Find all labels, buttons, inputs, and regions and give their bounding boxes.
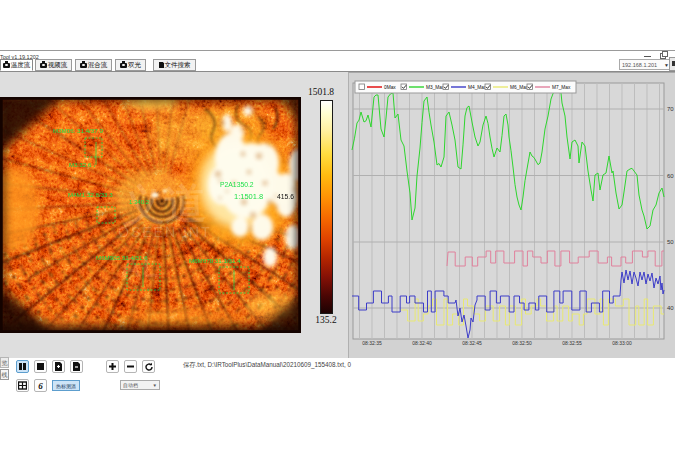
svg-text:M6M670 31.1/31.4: M6M670 31.1/31.4 — [189, 257, 241, 264]
svg-text:08:32:50: 08:32:50 — [512, 340, 532, 346]
svg-text:08:32:55: 08:32:55 — [562, 340, 582, 346]
svg-text:1:340.2: 1:340.2 — [129, 199, 150, 205]
svg-text:M4M1:32.8/33.3: M4M1:32.8/33.3 — [68, 191, 113, 198]
svg-text:OSEEN INT: OSEEN INT — [118, 224, 211, 240]
svg-text:M6M905 31.4/31.6: M6M905 31.4/31.6 — [96, 254, 148, 261]
svg-text:50: 50 — [667, 239, 674, 245]
svg-text:M4_Max: M4_Max — [468, 85, 487, 90]
svg-text:70: 70 — [667, 106, 674, 112]
svg-text:60: 60 — [667, 173, 674, 179]
svg-text:M6_Max: M6_Max — [510, 85, 529, 90]
svg-text:M3_Max: M3_Max — [426, 85, 445, 90]
svg-text:40: 40 — [667, 305, 674, 311]
svg-text:0Max: 0Max — [384, 85, 396, 90]
svg-text:P2A1350.2: P2A1350.2 — [220, 181, 254, 188]
svg-text:08:32:40: 08:32:40 — [412, 340, 432, 346]
svg-text:M3M06: 31.4/37.9: M3M06: 31.4/37.9 — [53, 127, 103, 134]
svg-text:08:32:45: 08:32:45 — [462, 340, 482, 346]
svg-text:08:32:35: 08:32:35 — [362, 340, 382, 346]
svg-text:415.6: 415.6 — [277, 193, 294, 200]
svg-text:1:1501.8: 1:1501.8 — [234, 192, 263, 201]
svg-text:08:33:00: 08:33:00 — [612, 340, 632, 346]
svg-text:M3:32.6 ↓: M3:32.6 ↓ — [69, 161, 96, 168]
svg-text:M7_Max: M7_Max — [552, 85, 571, 90]
